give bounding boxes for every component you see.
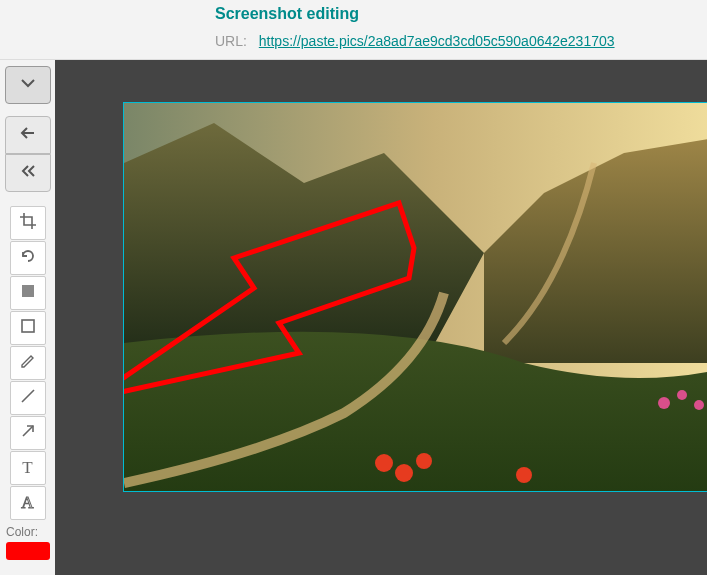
- undo-button[interactable]: [5, 116, 51, 154]
- color-label: Color:: [6, 525, 38, 539]
- arrow-tool[interactable]: [10, 416, 46, 450]
- filled-rectangle-tool[interactable]: [10, 276, 46, 310]
- chevron-down-icon: [19, 74, 37, 96]
- svg-point-7: [395, 464, 413, 482]
- canvas-area[interactable]: [55, 60, 707, 575]
- url-link[interactable]: https://paste.pics/2a8ad7ae9cd3cd05c590a…: [259, 33, 615, 49]
- svg-point-8: [416, 453, 432, 469]
- color-swatch[interactable]: [6, 542, 50, 560]
- toolbar: T A Color:: [0, 60, 55, 575]
- arrow-left-icon: [18, 125, 38, 145]
- line-icon: [19, 387, 37, 409]
- svg-line-3: [22, 390, 34, 402]
- square-icon: [19, 317, 37, 339]
- svg-point-6: [375, 454, 393, 472]
- edited-image: [124, 103, 707, 492]
- image-holder[interactable]: [123, 102, 707, 492]
- header: Screenshot editing URL: https://paste.pi…: [0, 0, 707, 60]
- svg-point-9: [516, 467, 532, 483]
- line-tool[interactable]: [10, 381, 46, 415]
- crop-tool[interactable]: [10, 206, 46, 240]
- pencil-tool[interactable]: [10, 346, 46, 380]
- svg-rect-1: [22, 285, 34, 297]
- text-icon: T: [22, 458, 32, 478]
- svg-line-4: [23, 426, 33, 436]
- page-title: Screenshot editing: [215, 5, 707, 23]
- pencil-icon: [19, 352, 37, 374]
- svg-point-10: [658, 397, 670, 409]
- text-tool[interactable]: T: [10, 451, 46, 485]
- main: T A Color:: [0, 60, 707, 575]
- arrow-diagonal-icon: [19, 422, 37, 444]
- rectangle-tool[interactable]: [10, 311, 46, 345]
- crop-icon: [19, 212, 37, 234]
- svg-rect-2: [22, 320, 34, 332]
- text-outline-tool[interactable]: A: [10, 486, 46, 520]
- svg-point-11: [677, 390, 687, 400]
- rotate-tool[interactable]: [10, 241, 46, 275]
- rotate-icon: [19, 247, 37, 269]
- undo-all-button[interactable]: [5, 154, 51, 192]
- double-arrow-left-icon: [18, 163, 38, 183]
- svg-point-12: [694, 400, 704, 410]
- text-outline-icon: A: [21, 493, 33, 513]
- url-row: URL: https://paste.pics/2a8ad7ae9cd3cd05…: [215, 33, 707, 49]
- filled-square-icon: [19, 282, 37, 304]
- url-label: URL:: [215, 33, 247, 49]
- collapse-button[interactable]: [5, 66, 51, 104]
